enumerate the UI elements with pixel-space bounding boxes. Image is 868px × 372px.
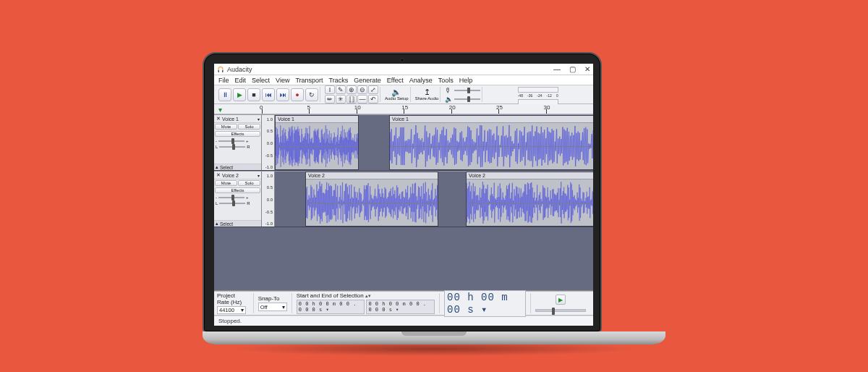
app-logo-icon	[217, 66, 224, 73]
mute-button[interactable]: Mute	[215, 124, 237, 130]
menu-select[interactable]: Select	[252, 77, 270, 84]
svg-rect-0	[218, 70, 220, 72]
snap-to-select[interactable]: Off▾	[258, 303, 287, 311]
menubar: File Edit Select View Transport Tracks G…	[214, 75, 593, 85]
menu-view[interactable]: View	[276, 77, 289, 84]
track-select-label[interactable]: Select	[220, 221, 233, 227]
menu-edit[interactable]: Edit	[235, 77, 247, 84]
multi-tool[interactable]: ✳	[336, 95, 346, 103]
zoom-out-button[interactable]: ⊖	[357, 85, 367, 94]
tracks-empty-area[interactable]	[214, 227, 593, 291]
laptop-bezel: Audacity — ▢ ✕ File Edit Select View Tra…	[203, 52, 602, 333]
audio-clip[interactable]: Voice 2	[305, 172, 438, 227]
collapse-icon[interactable]: ▴	[216, 164, 218, 170]
record-button[interactable]: ●	[291, 88, 304, 101]
playback-volume-slider[interactable]	[454, 97, 480, 101]
undo-button[interactable]: ↶	[368, 95, 378, 103]
titlebar: Audacity — ▢ ✕	[214, 64, 593, 75]
share-icon: ↥	[424, 88, 430, 96]
track-close-button[interactable]: ✕	[216, 116, 221, 122]
selection-mode-carets-icon[interactable]: ▴▾	[365, 293, 371, 299]
fit-selection-button[interactable]: ⤢	[368, 85, 378, 94]
menu-help[interactable]: Help	[459, 77, 473, 84]
play-at-speed-button[interactable]: ▶	[556, 295, 566, 305]
selection-end-field[interactable]: 0 0 h 0 0 m 0 0 . 0 0 0 s ▾	[366, 300, 435, 314]
collapse-icon[interactable]: ▴	[216, 221, 218, 227]
record-volume-slider[interactable]	[454, 88, 480, 93]
app-title: Audacity	[227, 66, 252, 73]
gain-slider[interactable]	[218, 139, 244, 143]
gain-slider[interactable]	[218, 195, 244, 200]
selection-tool[interactable]: I	[325, 85, 335, 94]
share-audio-button[interactable]: ↥ Share Audio	[414, 87, 441, 102]
effects-button[interactable]: Effects	[215, 131, 260, 137]
menu-generate[interactable]: Generate	[354, 77, 381, 84]
silence-button[interactable]: —	[357, 95, 367, 103]
waveform	[390, 123, 593, 169]
record-meter[interactable]	[518, 87, 558, 93]
effects-button[interactable]: Effects	[215, 187, 260, 193]
envelope-tool[interactable]: ✎	[336, 85, 346, 94]
track: ✕ Voice 1 ▾ Mute Solo Effects -+ LR ▴Sel…	[214, 114, 593, 171]
zoom-in-button[interactable]: ⊕	[346, 85, 357, 94]
track-waveform-area[interactable]: Voice 1 Voice 1	[275, 115, 593, 170]
laptop-base	[203, 331, 665, 344]
audio-clip[interactable]: Voice 1	[275, 115, 359, 170]
track-close-button[interactable]: ✕	[216, 172, 221, 178]
menu-effect[interactable]: Effect	[387, 77, 404, 84]
clip-title[interactable]: Voice 1	[390, 116, 593, 123]
playhead-pin-icon: ▾	[218, 106, 222, 114]
selection-start-field[interactable]: 0 0 h 0 0 m 0 0 . 0 0 0 s ▾	[297, 300, 365, 314]
skip-start-button[interactable]: ⏮	[262, 88, 275, 101]
snap-to-label: Snap-To	[258, 295, 287, 302]
clip-title[interactable]: Voice 2	[467, 172, 593, 179]
status-text: Stopped.	[218, 318, 242, 324]
minimize-button[interactable]: —	[553, 65, 561, 73]
selection-toolbar: Project Rate (Hz) 44100▾ Snap-To Off▾ St…	[214, 291, 593, 316]
waveform	[467, 179, 593, 226]
timeline-ruler[interactable]: ▾ 0 5 10 15 20 25 30	[214, 104, 593, 114]
speaker-icon: 🔈	[391, 88, 401, 96]
menu-analyse[interactable]: Analyse	[409, 77, 433, 84]
vertical-scale[interactable]: 1.00.50.0-0.5-1.0	[262, 115, 275, 170]
vertical-scale[interactable]: 1.00.50.0-0.5-1.0	[262, 172, 275, 227]
stop-button[interactable]: ■	[247, 88, 260, 101]
audio-position-field[interactable]: 00 h 00 m 00 s ▾	[444, 290, 526, 317]
loop-button[interactable]: ↻	[305, 88, 318, 101]
track-control-panel: ✕ Voice 2 ▾ Mute Solo Effects -+ LR ▴Sel…	[214, 172, 262, 227]
pan-slider[interactable]	[219, 201, 245, 206]
draw-tool[interactable]: ✏	[325, 95, 335, 103]
menu-tracks[interactable]: Tracks	[329, 77, 349, 84]
menu-transport[interactable]: Transport	[295, 77, 323, 84]
menu-file[interactable]: File	[218, 77, 229, 84]
audio-setup-button[interactable]: 🔈 Audio Setup	[383, 87, 411, 102]
solo-button[interactable]: Solo	[238, 180, 260, 186]
track-control-panel: ✕ Voice 1 ▾ Mute Solo Effects -+ LR ▴Sel…	[214, 115, 262, 170]
trim-button[interactable]: ⟦⟧	[346, 95, 357, 103]
play-speed-slider[interactable]	[535, 309, 586, 312]
skip-end-button[interactable]: ⏭	[276, 88, 289, 101]
meters: -48-36-24-120	[485, 87, 590, 102]
mute-button[interactable]: Mute	[215, 180, 237, 186]
solo-button[interactable]: Solo	[238, 124, 260, 130]
laptop-mockup: Audacity — ▢ ✕ File Edit Select View Tra…	[203, 52, 665, 356]
track-waveform-area[interactable]: Voice 2 Voice 2	[275, 172, 593, 227]
project-rate-select[interactable]: 44100▾	[217, 306, 246, 314]
track-select-label[interactable]: Select	[220, 165, 233, 170]
close-button[interactable]: ✕	[584, 65, 590, 73]
maximize-button[interactable]: ▢	[569, 65, 576, 73]
audio-clip[interactable]: Voice 2	[466, 172, 593, 227]
play-button[interactable]: ▶	[233, 88, 246, 101]
track-menu-button[interactable]: ▾	[258, 173, 260, 178]
menu-tools[interactable]: Tools	[438, 77, 454, 84]
track-name: Voice 2	[222, 173, 239, 178]
track: ✕ Voice 2 ▾ Mute Solo Effects -+ LR ▴Sel…	[214, 171, 593, 227]
clip-title[interactable]: Voice 2	[306, 172, 438, 179]
clip-title[interactable]: Voice 1	[276, 116, 358, 123]
pan-slider[interactable]	[219, 145, 245, 149]
screen: Audacity — ▢ ✕ File Edit Select View Tra…	[214, 64, 593, 326]
audio-clip[interactable]: Voice 1	[389, 115, 593, 170]
track-menu-button[interactable]: ▾	[258, 117, 260, 122]
main-toolbar: ⏸ ▶ ■ ⏮ ⏭ ● ↻ I ✎ ⊕ ⊖ ⤢ ✏ ✳	[214, 85, 593, 104]
pause-button[interactable]: ⏸	[218, 88, 231, 101]
